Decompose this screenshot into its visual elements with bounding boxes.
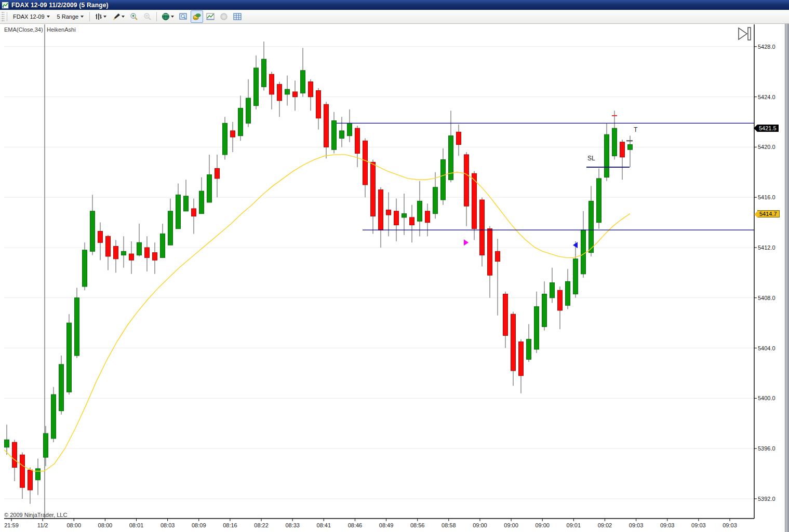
toolbar-separator bbox=[156, 12, 157, 21]
time-axis-labels[interactable]: 21:5911/208:0008:0008:0108:0308:0908:160… bbox=[4, 519, 737, 528]
price-axis-label: 5408.0 bbox=[758, 295, 775, 301]
time-axis-label: 08:09 bbox=[192, 522, 206, 528]
zoom-window-button[interactable] bbox=[177, 10, 190, 23]
price-axis-label: 5420.0 bbox=[758, 144, 775, 150]
vertical-scrollbar[interactable] bbox=[785, 21, 789, 532]
time-axis-label: 08:00 bbox=[98, 522, 113, 528]
price-axis-label: 5416.0 bbox=[758, 194, 775, 200]
record-button[interactable] bbox=[218, 10, 230, 23]
reference-lines bbox=[337, 123, 754, 230]
chart-trader-button[interactable] bbox=[191, 10, 203, 23]
instrument-dropdown-label: FDAX 12-09 bbox=[13, 13, 45, 20]
time-axis-label: 08:01 bbox=[129, 522, 144, 528]
price-axis-label: 5404.0 bbox=[758, 345, 775, 351]
zoom-in-button[interactable] bbox=[128, 10, 140, 23]
entry-arrow bbox=[464, 239, 469, 245]
drawing-tools-button[interactable] bbox=[110, 10, 127, 23]
time-axis-label: 09:00 bbox=[535, 522, 550, 528]
time-axis-label: 11/2 bbox=[37, 522, 48, 528]
toolbar-separator bbox=[89, 12, 90, 21]
time-axis-label: 09:00 bbox=[473, 522, 487, 528]
axes bbox=[4, 24, 754, 519]
time-axis-label: 09:02 bbox=[598, 522, 612, 528]
chart-toolbar: FDAX 12-09 5 Range bbox=[0, 10, 789, 24]
time-axis-label: 21:59 bbox=[4, 522, 19, 528]
window-title: FDAX 12-09 11/2/2009 (5 Range) bbox=[11, 2, 109, 9]
time-axis-label: 09:00 bbox=[504, 522, 518, 528]
window-titlebar[interactable]: FDAX 12-09 11/2/2009 (5 Range) bbox=[0, 0, 789, 10]
ema-value-marker: 5414.7 bbox=[757, 210, 780, 217]
interval-dropdown[interactable]: 5 Range bbox=[54, 11, 88, 22]
price-axis-label: 5412.0 bbox=[758, 244, 775, 251]
mini-chart-button[interactable] bbox=[204, 10, 217, 23]
mini-chart-icon bbox=[206, 12, 215, 21]
app-chart-icon bbox=[2, 2, 9, 9]
time-axis-label: 09:01 bbox=[567, 522, 581, 528]
time-axis-label: 08:49 bbox=[379, 522, 394, 528]
time-axis-label: 08:56 bbox=[410, 522, 425, 528]
zoom-out-button[interactable] bbox=[141, 10, 154, 23]
chevron-down-icon bbox=[122, 16, 125, 18]
chart-style-button[interactable] bbox=[92, 10, 109, 23]
time-axis-label: 09:03 bbox=[691, 522, 706, 528]
play-to-end-icon[interactable] bbox=[737, 26, 752, 42]
instruments-button[interactable] bbox=[159, 10, 176, 23]
time-axis-label: 08:33 bbox=[285, 522, 300, 528]
chart-canvas[interactable]: 5428.05424.05420.05416.05412.05408.05404… bbox=[0, 0, 789, 532]
chevron-down-icon bbox=[171, 16, 174, 18]
time-axis-label: 09:03 bbox=[629, 522, 644, 528]
time-axis-label: 09:03 bbox=[723, 522, 737, 528]
ema-value-marker-arrow bbox=[754, 211, 758, 218]
last-price-marker: 5421.5 bbox=[757, 125, 779, 132]
record-circle-icon bbox=[220, 12, 228, 21]
time-axis-label: 08:03 bbox=[161, 522, 175, 528]
price-axis-labels[interactable]: 5428.05424.05420.05416.05412.05408.05404… bbox=[754, 44, 775, 502]
interval-dropdown-label: 5 Range bbox=[57, 13, 79, 20]
price-axis-label: 5392.0 bbox=[758, 496, 775, 502]
toolbar-grip-handle[interactable] bbox=[1, 12, 5, 21]
stop-loss-label: SL bbox=[587, 155, 595, 162]
price-axis-label: 5428.0 bbox=[758, 44, 775, 50]
bar-chart-icon bbox=[95, 13, 102, 20]
target-label: T bbox=[634, 126, 637, 133]
time-axis-label: 08:00 bbox=[66, 522, 81, 528]
pencil-icon bbox=[113, 13, 121, 21]
data-grid-icon bbox=[233, 12, 242, 21]
indicator-label: EMA(Close,34) bbox=[4, 26, 43, 33]
data-grid-button[interactable] bbox=[231, 10, 244, 23]
price-axis-label: 5424.0 bbox=[758, 94, 775, 100]
series-type-label: HeikenAshi bbox=[47, 26, 76, 33]
time-axis-label: 08:58 bbox=[442, 522, 456, 528]
price-axis-label: 5400.0 bbox=[758, 395, 775, 401]
candlestick-series bbox=[5, 42, 633, 504]
globe-icon bbox=[162, 12, 170, 21]
zoom-in-icon bbox=[130, 12, 138, 21]
chevron-down-icon bbox=[81, 16, 84, 18]
zoom-window-icon bbox=[179, 12, 188, 21]
chevron-down-icon bbox=[47, 16, 50, 18]
toolbar-separator bbox=[7, 12, 7, 21]
time-axis-label: 08:46 bbox=[348, 522, 363, 528]
price-gridlines bbox=[4, 47, 754, 499]
chevron-down-icon bbox=[103, 16, 106, 18]
price-axis-label: 5396.0 bbox=[758, 445, 775, 452]
copyright-label: © 2009 NinjaTrader, LLC bbox=[4, 512, 67, 518]
instrument-dropdown[interactable]: FDAX 12-09 bbox=[9, 11, 54, 22]
time-axis-label: 08:16 bbox=[223, 522, 237, 528]
time-axis-label: 09:03 bbox=[660, 522, 675, 528]
last-price-marker-arrow bbox=[754, 125, 757, 132]
time-axis-label: 08:41 bbox=[317, 522, 331, 528]
zoom-out-icon bbox=[143, 12, 152, 21]
time-axis-label: 08:22 bbox=[254, 522, 269, 528]
coins-icon bbox=[193, 12, 201, 21]
